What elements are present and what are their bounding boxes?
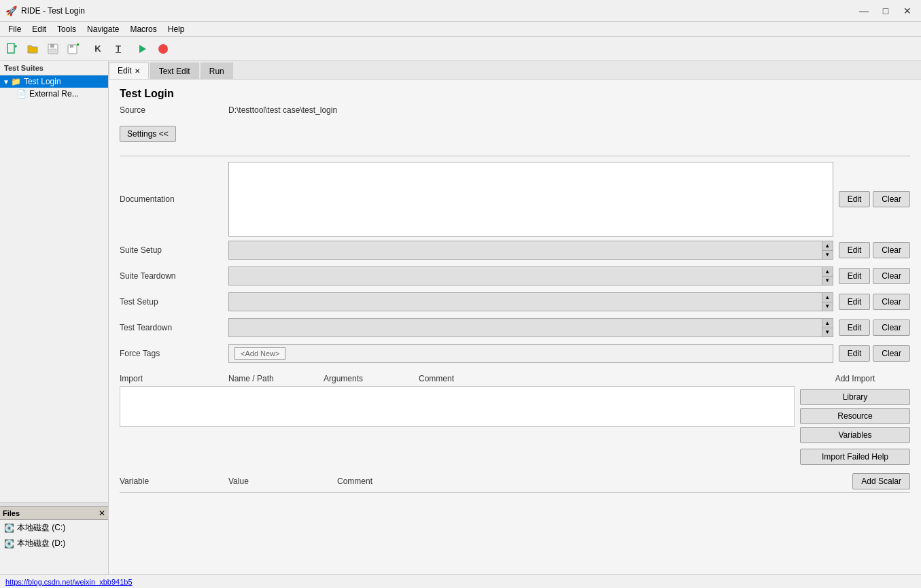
menu-edit[interactable]: Edit (27, 23, 52, 35)
force-tags-add-new[interactable]: <Add New> (234, 347, 285, 360)
test-teardown-row: Test Teardown ▲ ▼ Edit Clear (120, 315, 910, 340)
svg-rect-7 (70, 45, 73, 48)
test-teardown-label: Test Teardown (120, 323, 228, 332)
force-tags-row: Force Tags <Add New> Edit Clear (120, 341, 910, 366)
tree-item-test-login[interactable]: ▼ 📁 Test Login (0, 75, 108, 88)
force-tags-input[interactable]: <Add New> (228, 344, 833, 363)
test-setup-actions: Edit Clear (839, 294, 910, 310)
minimize-button[interactable]: — (856, 3, 872, 19)
suite-teardown-clear-button[interactable]: Clear (873, 268, 910, 284)
import-header: Import Name / Path Arguments Comment (120, 374, 795, 383)
toolbar-k-button[interactable]: K (88, 39, 107, 58)
test-setup-clear-button[interactable]: Clear (873, 294, 910, 310)
toolbar-save-all-button[interactable] (64, 39, 83, 58)
import-col-comment: Comment (419, 374, 795, 383)
toolbar-save-button[interactable] (44, 39, 63, 58)
status-url[interactable]: https://blog.csdn.net/weixin_xbb941b5 (5, 578, 133, 586)
toolbar-open-folder-button[interactable] (23, 39, 42, 58)
variable-section: Variable Value Comment Add Scalar (120, 473, 910, 493)
tab-bar: Edit ✕ Text Edit Run (109, 61, 921, 80)
suite-setup-row: Suite Setup ▲ ▼ Edit Clear (120, 238, 910, 262)
suite-teardown-actions: Edit Clear (839, 268, 910, 284)
svg-rect-0 (7, 44, 14, 53)
suite-teardown-spin-down[interactable]: ▼ (822, 277, 833, 286)
test-setup-spinner: ▲ ▼ (822, 293, 833, 311)
suite-setup-spin-up[interactable]: ▲ (822, 241, 833, 251)
test-teardown-spin-up[interactable]: ▲ (822, 319, 833, 328)
documentation-clear-button[interactable]: Clear (873, 191, 910, 207)
suite-setup-edit-button[interactable]: Edit (839, 242, 871, 258)
resource-button[interactable]: Resource (800, 408, 910, 424)
test-suites-label: Test Suites (0, 61, 108, 75)
tree-item-label: External Re... (29, 89, 79, 99)
drive-d-label: 本地磁盘 (D:) (17, 538, 65, 549)
suite-setup-spin-down[interactable]: ▼ (822, 251, 833, 260)
settings-button[interactable]: Settings << (120, 126, 176, 142)
files-label: Files (3, 509, 20, 517)
suite-teardown-spin-up[interactable]: ▲ (822, 267, 833, 277)
suite-teardown-edit-button[interactable]: Edit (839, 268, 871, 284)
test-teardown-actions: Edit Clear (839, 319, 910, 336)
toolbar-run-button[interactable] (133, 39, 152, 58)
menu-navigate[interactable]: Navigate (82, 23, 124, 35)
drive-d[interactable]: 💽 本地磁盘 (D:) (0, 536, 108, 551)
files-close-button[interactable]: ✕ (99, 508, 105, 518)
tree-item-external-res[interactable]: 📄 External Re... (0, 88, 108, 100)
svg-marker-9 (139, 45, 146, 53)
tab-edit[interactable]: Edit ✕ (109, 63, 149, 79)
app-icon: 🚀 (5, 5, 17, 16)
toolbar-stop-button[interactable] (154, 39, 173, 58)
variables-button[interactable]: Variables (800, 427, 910, 443)
menu-macros[interactable]: Macros (124, 23, 162, 35)
force-tags-clear-button[interactable]: Clear (873, 345, 910, 362)
maximize-button[interactable]: □ (877, 3, 894, 19)
var-col-variable: Variable (120, 477, 228, 486)
suite-teardown-input[interactable]: ▲ ▼ (228, 266, 833, 286)
test-teardown-input[interactable]: ▲ ▼ (228, 318, 833, 337)
source-label: Source (120, 105, 228, 115)
file-icon: 📄 (16, 89, 27, 99)
add-scalar-button[interactable]: Add Scalar (852, 473, 910, 489)
close-button[interactable]: ✕ (899, 3, 916, 19)
tab-edit-close[interactable]: ✕ (135, 67, 140, 75)
test-teardown-spin-down[interactable]: ▼ (822, 328, 833, 337)
force-tags-edit-button[interactable]: Edit (839, 345, 871, 362)
drive-c-icon: 💽 (4, 523, 14, 533)
expand-icon[interactable]: ▼ (3, 78, 10, 86)
suite-setup-input[interactable]: ▲ ▼ (228, 241, 833, 260)
menu-tools[interactable]: Tools (52, 23, 82, 35)
import-failed-help-button[interactable]: Import Failed Help (800, 449, 910, 465)
suite-setup-clear-button[interactable]: Clear (873, 242, 910, 258)
var-col-value: Value (228, 477, 337, 486)
menu-file[interactable]: File (3, 23, 27, 35)
menu-bar: File Edit Tools Navigate Macros Help (0, 22, 921, 37)
test-setup-edit-button[interactable]: Edit (839, 294, 871, 310)
toolbar-t-button[interactable]: T (109, 39, 128, 58)
source-row: Source D:\testtool\test case\test_login (120, 105, 910, 115)
tab-run-label: Run (209, 67, 224, 76)
library-button[interactable]: Library (800, 389, 910, 405)
files-panel: Files ✕ 💽 本地磁盘 (C:) 💽 本地磁盘 (D:) (0, 506, 108, 574)
drive-c[interactable]: 💽 本地磁盘 (C:) (0, 520, 108, 536)
tab-run[interactable]: Run (201, 63, 233, 79)
test-teardown-edit-button[interactable]: Edit (839, 319, 871, 336)
test-setup-input[interactable]: ▲ ▼ (228, 292, 833, 311)
toolbar-new-button[interactable] (3, 39, 22, 58)
documentation-row: Documentation Edit Clear (120, 162, 910, 237)
documentation-edit-button[interactable]: Edit (839, 191, 871, 207)
menu-help[interactable]: Help (162, 23, 190, 35)
test-teardown-clear-button[interactable]: Clear (873, 319, 910, 336)
test-setup-spin-down[interactable]: ▼ (822, 302, 833, 311)
tab-text-edit[interactable]: Text Edit (150, 63, 199, 79)
suite-teardown-row: Suite Teardown ▲ ▼ Edit Clear (120, 264, 910, 288)
import-section: Import Name / Path Arguments Comment Add… (120, 374, 910, 465)
test-setup-spin-up[interactable]: ▲ (822, 293, 833, 302)
main-layout: Test Suites ▼ 📁 Test Login 📄 External Re… (0, 61, 921, 574)
documentation-input[interactable] (228, 162, 833, 237)
svg-point-10 (158, 44, 168, 54)
suite-setup-actions: Edit Clear (839, 242, 910, 258)
folder-icon: 📁 (11, 77, 21, 86)
import-table-area (120, 386, 795, 427)
import-wrapper: Import Name / Path Arguments Comment Add… (120, 374, 910, 465)
source-path: D:\testtool\test case\test_login (228, 105, 337, 115)
